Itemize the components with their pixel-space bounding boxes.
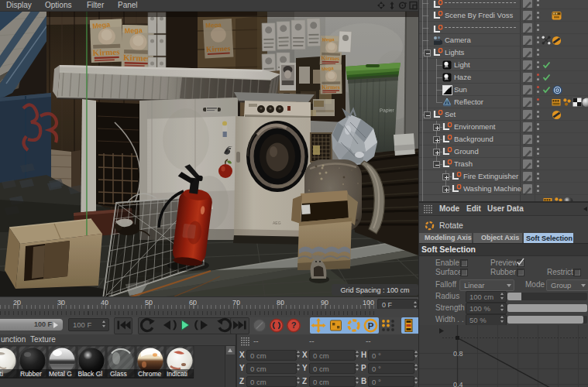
- svg-text:0.4: 0.4: [453, 381, 463, 387]
- svg-text:Rubber: Rubber: [20, 370, 42, 378]
- svg-text:P: P: [368, 321, 374, 330]
- svg-text:Glass: Glass: [110, 370, 127, 378]
- svg-text:Grid Spacing : 100 cm: Grid Spacing : 100 cm: [340, 286, 409, 294]
- svg-text:Chrome: Chrome: [138, 370, 162, 378]
- svg-text:Metal G: Metal G: [49, 370, 72, 378]
- svg-text:Black Gl: Black Gl: [78, 370, 103, 378]
- svg-text:?: ?: [291, 320, 297, 330]
- svg-text:Indicati: Indicati: [167, 370, 187, 378]
- svg-text:ructi: ructi: [0, 370, 3, 378]
- svg-text:0.8: 0.8: [453, 350, 463, 358]
